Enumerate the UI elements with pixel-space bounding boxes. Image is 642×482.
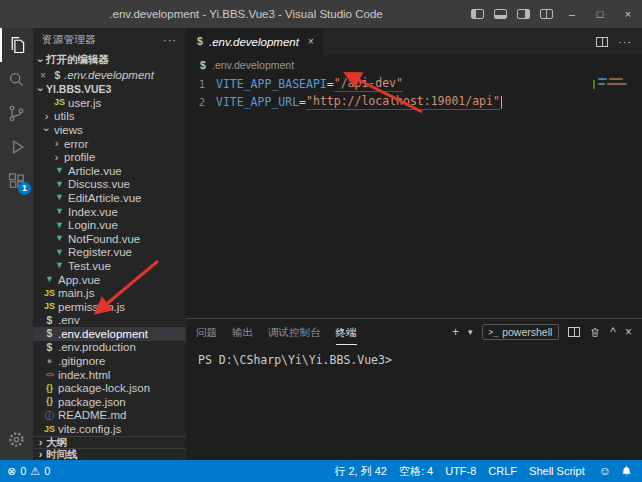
code-token: VITE_APP_URL	[216, 95, 299, 109]
status-language-mode[interactable]: Shell Script	[529, 465, 585, 477]
code-lines: 1VITE_APP_BASEAPI="/api-dev"2VITE_APP_UR…	[186, 75, 642, 111]
kill-terminal-icon[interactable]	[589, 326, 601, 339]
editor-actions: ···	[596, 28, 642, 55]
line-number: 1	[186, 78, 216, 90]
toggle-secondary-sidebar-icon[interactable]	[512, 0, 535, 28]
status-indentation[interactable]: 空格: 4	[399, 464, 433, 479]
tree-item-profile[interactable]: ›profile	[33, 150, 186, 164]
maximize-panel-icon[interactable]: ^	[610, 326, 616, 338]
close-button[interactable]: ×	[614, 0, 642, 28]
tree-item-.env.production[interactable]: $.env.production	[33, 341, 186, 355]
tree-item-index.html[interactable]: <>index.html	[33, 368, 186, 382]
tree-item-article.vue[interactable]: ▼Article.vue	[33, 164, 186, 178]
chevron-down-icon[interactable]: ▾	[468, 326, 473, 338]
tree-item-.gitignore[interactable]: ●.gitignore	[33, 354, 186, 368]
open-editor-item[interactable]: × $ .env.development	[33, 68, 186, 82]
file-name: .env.development	[58, 328, 148, 340]
html-file-icon: <>	[43, 368, 56, 381]
panel-tab-debug-console[interactable]: 调试控制台	[268, 320, 321, 345]
tree-item-app.vue[interactable]: ▼App.vue	[33, 273, 186, 287]
close-icon[interactable]: ×	[308, 36, 314, 47]
git-file-icon: ●	[43, 355, 56, 368]
panel-tab-output[interactable]: 输出	[232, 320, 253, 345]
toggle-sidebar-icon[interactable]	[466, 0, 489, 28]
minimap[interactable]	[598, 78, 636, 104]
tree-item-register.vue[interactable]: ▼Register.vue	[33, 246, 186, 260]
tree-item-utils[interactable]: ›utils	[33, 110, 186, 124]
tree-item-login.vue[interactable]: ▼Login.vue	[33, 218, 186, 232]
file-name: Test.vue	[68, 260, 111, 272]
terminal-shell-selector[interactable]: >_ powershell	[482, 324, 560, 340]
customize-layout-icon[interactable]	[535, 0, 558, 28]
activity-explorer[interactable]	[0, 28, 33, 62]
run-debug-icon	[7, 137, 27, 157]
tree-item-discuss.vue[interactable]: ▼Discuss.vue	[33, 178, 186, 192]
editor-area: $ .env.development × ··· $ .env.developm…	[186, 28, 642, 460]
activity-search[interactable]	[0, 62, 33, 96]
timeline-section[interactable]: › 时间线	[33, 448, 186, 460]
file-name: utils	[54, 110, 74, 122]
panel-tab-problems[interactable]: 问题	[196, 320, 217, 345]
js-file-icon: JS	[53, 96, 66, 109]
activity-source-control[interactable]	[0, 96, 33, 130]
tree-item-package-lock.json[interactable]: {}package-lock.json	[33, 381, 186, 395]
status-eol[interactable]: CRLF	[488, 465, 517, 477]
notifications-bell-icon[interactable]	[621, 465, 632, 477]
chevron-right-icon: ›	[51, 152, 62, 163]
tree-item-views[interactable]: ›views	[33, 123, 186, 137]
tree-item-error[interactable]: ›error	[33, 137, 186, 151]
tree-item-editarticle.vue[interactable]: ▼EditArticle.vue	[33, 191, 186, 205]
terminal[interactable]: PS D:\CSharp\Yi\Yi.BBS.Vue3>	[186, 345, 642, 367]
tree-item-notfound.vue[interactable]: ▼NotFound.vue	[33, 232, 186, 246]
tree-item-main.js[interactable]: JSmain.js	[33, 286, 186, 300]
outline-section[interactable]: › 大纲	[33, 436, 186, 448]
tree-item-test.vue[interactable]: ▼Test.vue	[33, 259, 186, 273]
minimize-button[interactable]: –	[558, 0, 586, 28]
toggle-panel-icon[interactable]	[489, 0, 512, 28]
activity-run-debug[interactable]	[0, 130, 33, 164]
breadcrumb[interactable]: $ .env.development	[186, 55, 642, 75]
title-bar: .env.development - Yi.BBS.Vue3 - Visual …	[0, 0, 642, 28]
tree-item-vite.config.js[interactable]: JSvite.config.js	[33, 422, 186, 436]
activity-extensions[interactable]: 1	[0, 164, 33, 198]
tree-item-.env[interactable]: $.env	[33, 314, 186, 328]
split-editor-icon[interactable]	[596, 37, 608, 47]
open-editors-section[interactable]: › 打开的编辑器	[33, 52, 186, 68]
panel-tab-terminal[interactable]: 终端	[336, 320, 357, 345]
new-terminal-icon[interactable]: +	[452, 326, 459, 338]
file-name: Register.vue	[68, 246, 132, 258]
tree-item-permission.js[interactable]: JSpermission.js	[33, 300, 186, 314]
manage-settings[interactable]	[0, 422, 33, 456]
tree-item-.env.development[interactable]: $.env.development	[33, 327, 186, 341]
close-icon[interactable]: ×	[40, 70, 51, 81]
timeline-label: 时间线	[46, 448, 78, 461]
panel-tabs: 问题输出调试控制台终端	[196, 320, 372, 345]
split-terminal-icon[interactable]	[568, 327, 580, 337]
file-name: package.json	[58, 396, 126, 408]
file-name: vite.config.js	[58, 423, 121, 435]
tree-item-readme.md[interactable]: ⓘREADME.md	[33, 409, 186, 423]
maximize-button[interactable]: □	[586, 0, 614, 28]
tree-item-index.vue[interactable]: ▼Index.vue	[33, 205, 186, 219]
file-name: Discuss.vue	[68, 178, 130, 190]
more-actions-icon[interactable]: ···	[618, 36, 632, 48]
close-panel-icon[interactable]: ×	[625, 326, 632, 338]
code-line: 1VITE_APP_BASEAPI="/api-dev"	[186, 75, 642, 93]
sidebar-header: 资源管理器 ···	[33, 28, 186, 52]
file-name: .env	[58, 314, 80, 326]
more-actions-icon[interactable]: ···	[163, 34, 177, 46]
feedback-smiley-icon[interactable]: ☺	[599, 464, 611, 478]
code-token: "http://localhost:19001/api"	[306, 94, 500, 110]
problems-status[interactable]: ⊗ 0 ⚠ 0	[7, 465, 50, 478]
status-cursor-position[interactable]: 行 2, 列 42	[334, 464, 387, 479]
tree-item-user.js[interactable]: JSuser.js	[33, 96, 186, 110]
code-editor[interactable]: 1VITE_APP_BASEAPI="/api-dev"2VITE_APP_UR…	[186, 75, 642, 318]
git-branch-icon	[6, 103, 27, 124]
tree-item-package.json[interactable]: {}package.json	[33, 395, 186, 409]
chevron-right-icon: ›	[35, 437, 46, 448]
tab-env-development[interactable]: $ .env.development ×	[186, 28, 323, 55]
env-file-icon: $	[43, 327, 56, 340]
project-section[interactable]: › YI.BBS.VUE3	[33, 82, 186, 96]
status-encoding[interactable]: UTF-8	[445, 465, 476, 477]
file-name: EditArticle.vue	[68, 192, 142, 204]
